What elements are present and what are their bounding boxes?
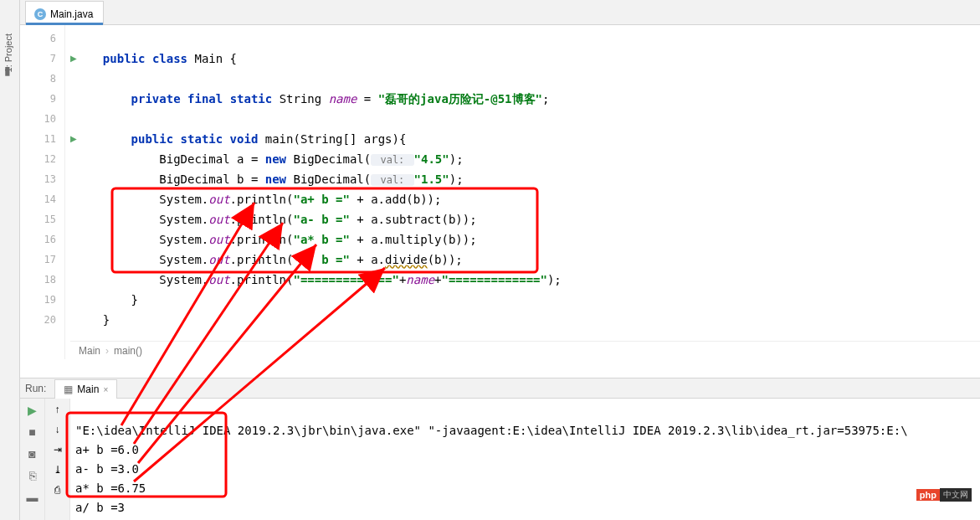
breadcrumb[interactable]: Main › main() [70,341,980,359]
code-area[interactable]: public class Main { private final static… [82,25,980,359]
exit-icon[interactable]: ⎘ [29,469,36,482]
print-icon[interactable]: ⎙ [54,484,60,496]
breadcrumb-class[interactable]: Main [79,345,100,357]
run-tab-main[interactable]: ▦ Main × [54,379,117,399]
camera-icon[interactable]: ◙ [28,447,35,461]
run-header: Run: ▦ Main × [20,378,980,399]
run-main-icon[interactable]: ▶ [70,129,77,149]
line-gutter: 6 7 8 9 10 11 12 13 14 15 16 17 18 19 20 [20,25,65,359]
tab-filename: Main.java [50,8,93,20]
close-icon[interactable]: × [103,385,108,394]
scroll-icon[interactable]: ⤓ [54,464,62,476]
rerun-icon[interactable]: ▶ [28,404,37,417]
folder-icon: ▮ [4,64,11,77]
trash-icon[interactable]: ▬ [27,491,38,504]
wrap-icon[interactable]: ⇥ [54,444,62,456]
run-label: Run: [25,383,46,394]
editor-tabs: C Main.java [20,0,980,25]
console-output[interactable]: "E:\idea\IntelliJ IDEA 2019.2.3\jbr\bin\… [70,399,980,520]
run-panel: Run: ▦ Main × ▶ ■ ◙ ⎘ ▬ ↑ ↓ ⇥ ⤓ ⎙ "E:\id… [20,378,980,520]
app-icon: ▦ [64,384,73,395]
tab-main-java[interactable]: C Main.java [25,1,104,24]
run-toolbar-left: ▶ ■ ◙ ⎘ ▬ [20,399,45,520]
up-icon[interactable]: ↑ [55,404,60,415]
run-marker-gutter: ▶ ▶ [65,25,82,359]
watermark-badge: php中文网 [916,488,972,502]
editor[interactable]: 6 7 8 9 10 11 12 13 14 15 16 17 18 19 20… [20,25,980,359]
down-icon[interactable]: ↓ [55,424,60,435]
java-class-icon: C [34,8,46,20]
stop-icon[interactable]: ■ [28,425,35,439]
chevron-right-icon: › [105,345,109,357]
breadcrumb-method[interactable]: main() [114,345,142,357]
run-toolbar-left2: ↑ ↓ ⇥ ⤓ ⎙ [45,399,70,520]
run-class-icon[interactable]: ▶ [70,49,77,69]
project-sidebar[interactable]: 1: Project ▮ [0,0,20,520]
